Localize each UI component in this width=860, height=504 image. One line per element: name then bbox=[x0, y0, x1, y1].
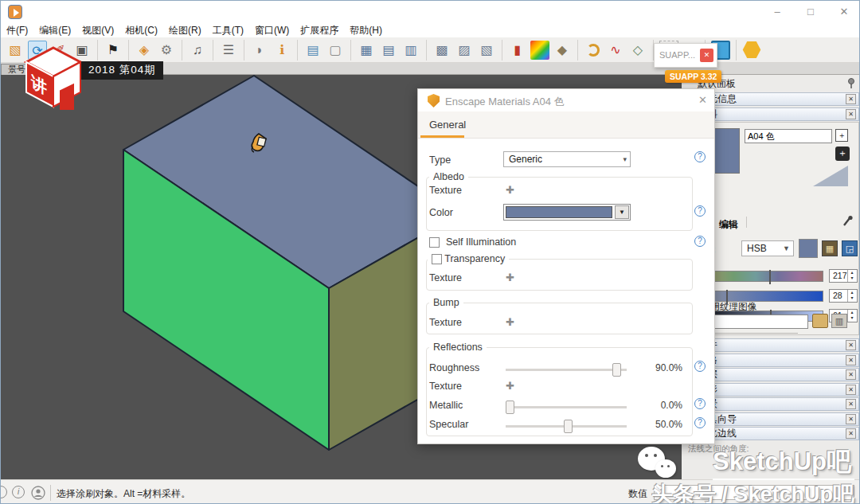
status-separator bbox=[50, 485, 51, 501]
toolbar-separator bbox=[502, 40, 502, 61]
saturation-spin-arrows[interactable]: ▴▾ bbox=[847, 290, 856, 302]
albedo-texture-add-icon[interactable]: ✚ bbox=[506, 184, 514, 196]
metallic-slider-thumb[interactable] bbox=[506, 400, 514, 414]
material-rainbow-icon[interactable] bbox=[530, 41, 549, 60]
close-button[interactable]: ✕ bbox=[831, 1, 858, 23]
hue-spinbox[interactable]: 217 ▴▾ bbox=[829, 269, 858, 283]
instructor-close-icon[interactable]: ✕ bbox=[846, 414, 856, 424]
batch-export-icon[interactable]: ▥ bbox=[401, 41, 420, 60]
metallic-help-icon[interactable]: ? bbox=[694, 398, 706, 409]
rock-icon[interactable]: ◆ bbox=[553, 41, 572, 60]
menu-view[interactable]: 视图(V) bbox=[76, 24, 119, 37]
transparency-texture-add-icon[interactable]: ✚ bbox=[506, 272, 514, 283]
batch-window-icon[interactable]: ▦ bbox=[357, 41, 376, 60]
scene-photo-3-icon[interactable]: ▧ bbox=[477, 41, 496, 60]
brightness-spin-arrows[interactable]: ▴▾ bbox=[847, 310, 856, 322]
export-image-icon[interactable]: ▤ bbox=[303, 41, 322, 60]
albedo-legend: Albedo bbox=[429, 171, 468, 182]
suapp-close-icon[interactable]: ✕ bbox=[700, 49, 713, 62]
type-help-icon[interactable]: ? bbox=[694, 151, 706, 162]
albedo-color-swatch bbox=[506, 206, 612, 218]
enscape-curve-icon[interactable]: ∿ bbox=[606, 41, 625, 60]
eyedropper-icon[interactable] bbox=[842, 215, 853, 228]
specular-value: 50.0% bbox=[643, 419, 682, 430]
speaker-icon[interactable]: ♫ bbox=[188, 41, 207, 60]
user-status-icon[interactable] bbox=[31, 486, 45, 500]
color-help-icon[interactable]: ? bbox=[694, 205, 706, 217]
hue-spin-arrows[interactable]: ▴▾ bbox=[847, 270, 856, 282]
specular-help-icon[interactable]: ? bbox=[694, 417, 706, 428]
batch-save-icon[interactable]: ▤ bbox=[379, 41, 398, 60]
dialog-title-bar[interactable]: Enscape Materials A04 色 ✕ bbox=[418, 89, 714, 111]
info-status-icon[interactable]: i bbox=[12, 486, 25, 498]
menu-tools[interactable]: 工具(T) bbox=[207, 24, 249, 37]
secondary-pane-icon[interactable]: ＋ bbox=[835, 129, 848, 142]
maximize-button[interactable]: □ bbox=[797, 1, 824, 23]
screen-color-icon[interactable]: ◲ bbox=[842, 240, 858, 256]
app-play-icon bbox=[8, 5, 22, 19]
tab-general[interactable]: General bbox=[429, 119, 466, 131]
minimize-button[interactable]: – bbox=[764, 1, 791, 23]
sliders-icon[interactable]: ☰ bbox=[219, 41, 238, 60]
styles-close-icon[interactable]: ✕ bbox=[846, 355, 856, 365]
tab-edit[interactable]: 编辑 bbox=[719, 218, 738, 232]
menu-help[interactable]: 帮助(H) bbox=[344, 24, 388, 37]
reflections-texture-add-icon[interactable]: ✚ bbox=[506, 380, 514, 392]
bump-texture-add-icon[interactable]: ✚ bbox=[506, 316, 514, 328]
texture-browse-icon[interactable] bbox=[812, 314, 828, 328]
toolbar-separator bbox=[426, 40, 427, 61]
dialog-close-icon[interactable]: ✕ bbox=[698, 94, 707, 106]
open-model-icon[interactable]: ▧ bbox=[6, 41, 25, 60]
toolbar-separator bbox=[128, 40, 129, 61]
entity-info-close-icon[interactable]: ✕ bbox=[846, 94, 856, 104]
albedo-color-picker[interactable]: ▼ bbox=[503, 204, 631, 221]
tag-icon[interactable]: ◈ bbox=[135, 41, 154, 60]
menu-camera[interactable]: 相机(C) bbox=[119, 24, 163, 37]
metallic-slider[interactable] bbox=[506, 406, 627, 408]
roughness-help-icon[interactable]: ? bbox=[694, 361, 706, 372]
flag-icon[interactable]: ⚑ bbox=[104, 41, 123, 60]
specular-slider-thumb[interactable] bbox=[564, 420, 573, 433]
self-illumination-help-icon[interactable]: ? bbox=[694, 236, 706, 247]
type-select[interactable]: Generic ▾ bbox=[503, 151, 631, 167]
roughness-slider[interactable] bbox=[506, 369, 627, 371]
soften-edges-close-icon[interactable]: ✕ bbox=[846, 428, 856, 439]
suapp-version-badge: SUAPP 3.32 bbox=[665, 70, 721, 83]
pin-icon[interactable] bbox=[846, 77, 856, 88]
menu-draw[interactable]: 绘图(R) bbox=[163, 24, 207, 37]
enscape-diamond-icon[interactable]: ◇ bbox=[628, 41, 647, 60]
roughness-slider-thumb[interactable] bbox=[612, 363, 621, 377]
texture-edit-icon[interactable]: ▥ bbox=[831, 314, 847, 328]
self-illumination-checkbox[interactable] bbox=[429, 237, 440, 248]
info-panel-icon[interactable]: ℹ bbox=[272, 41, 291, 60]
export-file-icon[interactable]: ▢ bbox=[326, 41, 345, 60]
photo-settings-icon[interactable]: ⚙ bbox=[157, 41, 176, 60]
picker-select[interactable]: HSB ▼ bbox=[741, 240, 794, 256]
specular-slider[interactable] bbox=[506, 425, 627, 428]
menu-edit[interactable]: 编辑(E) bbox=[33, 24, 76, 37]
shadows-close-icon[interactable]: ✕ bbox=[846, 385, 856, 395]
enscape-icon[interactable] bbox=[587, 44, 600, 57]
scenes-close-icon[interactable]: ✕ bbox=[846, 399, 856, 409]
scene-photo-2-icon[interactable]: ▨ bbox=[455, 41, 474, 60]
metallic-label: Metallic bbox=[429, 400, 463, 411]
menu-extensions[interactable]: 扩展程序 bbox=[295, 24, 344, 37]
albedo-color-dropdown-icon[interactable]: ▼ bbox=[615, 205, 629, 219]
materials-close-icon[interactable]: ✕ bbox=[846, 109, 856, 119]
hue-slider-marker[interactable] bbox=[769, 270, 771, 284]
layers-close-icon[interactable]: ✕ bbox=[846, 369, 856, 380]
components-close-icon[interactable]: ✕ bbox=[846, 340, 856, 350]
transparency-legend-label: Transparency bbox=[444, 253, 505, 264]
comment-icon[interactable]: ◗ bbox=[250, 41, 269, 60]
create-material-icon[interactable]: ＋ bbox=[835, 147, 850, 161]
menu-file[interactable]: 件(F) bbox=[1, 24, 33, 37]
scene-photo-1-icon[interactable]: ▩ bbox=[432, 41, 452, 60]
texture-palette-icon[interactable]: ▦ bbox=[822, 240, 838, 256]
transparency-checkbox[interactable] bbox=[432, 254, 442, 264]
marker-icon[interactable]: ▮ bbox=[508, 41, 527, 60]
menu-window[interactable]: 窗口(W) bbox=[249, 24, 295, 37]
title-bar: – □ ✕ bbox=[1, 1, 859, 23]
saturation-spinbox[interactable]: 28 ▴▾ bbox=[829, 289, 858, 303]
material-name-input[interactable] bbox=[745, 129, 832, 143]
hexagon-icon[interactable] bbox=[742, 41, 761, 60]
